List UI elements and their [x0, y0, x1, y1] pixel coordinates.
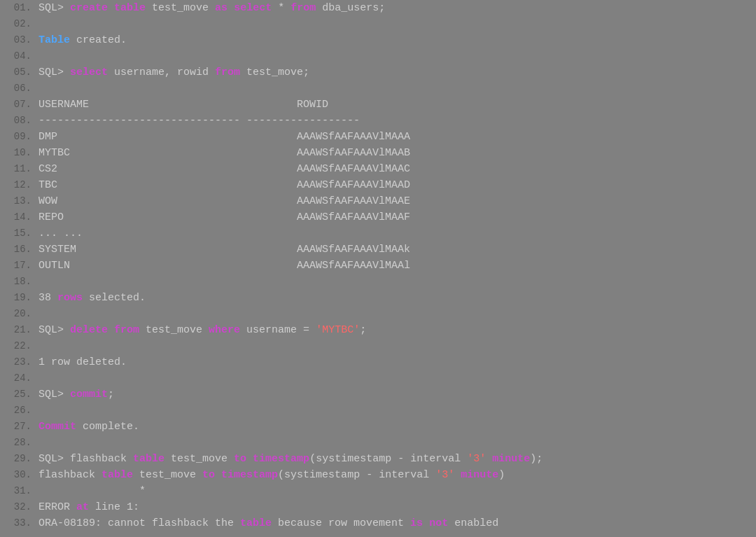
terminal-line: 04.	[0, 48, 756, 64]
line-content	[38, 338, 756, 354]
line-number: 18.	[0, 274, 38, 290]
line-content: MYTBC AAAWSfAAFAAAVlMAAB	[38, 145, 756, 161]
line-number: 17.	[0, 258, 38, 274]
line-number: 12.	[0, 177, 38, 193]
terminal: 01.SQL> create table test_move as select…	[0, 0, 756, 537]
line-content: USERNAME ROWID	[38, 97, 756, 113]
line-number: 32.	[0, 499, 38, 515]
terminal-line: 21.SQL> delete from test_move where user…	[0, 322, 756, 338]
terminal-line: 01.SQL> create table test_move as select…	[0, 0, 756, 16]
line-number: 24.	[0, 370, 38, 386]
line-content	[38, 81, 756, 97]
line-content: WOW AAAWSfAAFAAAVlMAAE	[38, 193, 756, 209]
terminal-line: 32.ERROR at line 1:	[0, 499, 756, 515]
line-number: 03.	[0, 32, 38, 48]
line-number: 22.	[0, 338, 38, 354]
terminal-line: 33.ORA-08189: cannot flashback the table…	[0, 515, 756, 531]
line-content: -------------------------------- -------…	[38, 113, 756, 129]
terminal-line: 14.REPO AAAWSfAAFAAAVlMAAF	[0, 209, 756, 225]
line-number: 07.	[0, 97, 38, 113]
line-number: 04.	[0, 48, 38, 64]
line-number: 09.	[0, 129, 38, 145]
terminal-line: 19.38 rows selected.	[0, 290, 756, 306]
line-number: 28.	[0, 435, 38, 451]
terminal-line: 18.	[0, 274, 756, 290]
line-number: 16.	[0, 242, 38, 258]
line-content: CS2 AAAWSfAAFAAAVlMAAC	[38, 161, 756, 177]
line-content	[38, 370, 756, 386]
terminal-line: 26.	[0, 403, 756, 419]
line-number: 31.	[0, 483, 38, 499]
terminal-line: 15.... ...	[0, 225, 756, 242]
terminal-line: 03.Table created.	[0, 32, 756, 48]
line-content: Table created.	[38, 32, 756, 48]
terminal-line: 09.DMP AAAWSfAAFAAAVlMAAA	[0, 129, 756, 145]
line-content: Commit complete.	[38, 419, 756, 435]
line-content: SQL> delete from test_move where usernam…	[38, 322, 756, 338]
terminal-line: 02.	[0, 16, 756, 32]
line-content: SQL> create table test_move as select * …	[38, 0, 756, 16]
line-content	[38, 16, 756, 32]
line-content	[38, 274, 756, 290]
line-number: 20.	[0, 306, 38, 322]
line-number: 06.	[0, 81, 38, 97]
line-content: SQL> commit;	[38, 386, 756, 403]
terminal-line: 27.Commit complete.	[0, 419, 756, 435]
line-content: flashback table test_move to timestamp(s…	[38, 467, 756, 483]
line-content	[38, 435, 756, 451]
line-content: SQL> select username, rowid from test_mo…	[38, 64, 756, 81]
line-number: 19.	[0, 290, 38, 306]
terminal-line: 31. *	[0, 483, 756, 499]
line-number: 01.	[0, 0, 38, 16]
line-number: 10.	[0, 145, 38, 161]
line-number: 29.	[0, 451, 38, 467]
terminal-line: 29.SQL> flashback table test_move to tim…	[0, 451, 756, 467]
terminal-line: 08.-------------------------------- ----…	[0, 113, 756, 129]
line-content: ... ...	[38, 225, 756, 242]
line-number: 23.	[0, 354, 38, 370]
line-number: 13.	[0, 193, 38, 209]
line-number: 05.	[0, 64, 38, 81]
terminal-line: 17.OUTLN AAAWSfAAFAAAVlMAAl	[0, 258, 756, 274]
terminal-line: 22.	[0, 338, 756, 354]
line-content: SQL> flashback table test_move to timest…	[38, 451, 756, 467]
line-content: OUTLN AAAWSfAAFAAAVlMAAl	[38, 258, 756, 274]
line-content	[38, 48, 756, 64]
line-number: 11.	[0, 161, 38, 177]
terminal-line: 05.SQL> select username, rowid from test…	[0, 64, 756, 81]
terminal-line: 16.SYSTEM AAAWSfAAFAAAVlMAAk	[0, 242, 756, 258]
terminal-line: 11.CS2 AAAWSfAAFAAAVlMAAC	[0, 161, 756, 177]
line-number: 27.	[0, 419, 38, 435]
line-content: REPO AAAWSfAAFAAAVlMAAF	[38, 209, 756, 225]
line-number: 02.	[0, 16, 38, 32]
line-number: 30.	[0, 467, 38, 483]
terminal-line: 06.	[0, 81, 756, 97]
line-content: SYSTEM AAAWSfAAFAAAVlMAAk	[38, 242, 756, 258]
terminal-line: 30.flashback table test_move to timestam…	[0, 467, 756, 483]
terminal-line: 10.MYTBC AAAWSfAAFAAAVlMAAB	[0, 145, 756, 161]
line-number: 15.	[0, 225, 38, 242]
terminal-line: 13.WOW AAAWSfAAFAAAVlMAAE	[0, 193, 756, 209]
line-number: 25.	[0, 386, 38, 403]
terminal-line: 23.1 row deleted.	[0, 354, 756, 370]
terminal-line: 28.	[0, 435, 756, 451]
terminal-line: 24.	[0, 370, 756, 386]
terminal-line: 07.USERNAME ROWID	[0, 97, 756, 113]
line-number: 33.	[0, 515, 38, 531]
line-content	[38, 403, 756, 419]
terminal-line: 20.	[0, 306, 756, 322]
line-content: DMP AAAWSfAAFAAAVlMAAA	[38, 129, 756, 145]
line-content: ERROR at line 1:	[38, 499, 756, 515]
line-content: *	[38, 483, 756, 499]
line-number: 08.	[0, 113, 38, 129]
line-number: 14.	[0, 209, 38, 225]
terminal-line: 25.SQL> commit;	[0, 386, 756, 403]
line-content: 1 row deleted.	[38, 354, 756, 370]
line-content: TBC AAAWSfAAFAAAVlMAAD	[38, 177, 756, 193]
line-number: 26.	[0, 403, 38, 419]
terminal-line: 12.TBC AAAWSfAAFAAAVlMAAD	[0, 177, 756, 193]
line-content: ORA-08189: cannot flashback the table be…	[38, 515, 756, 531]
line-content	[38, 306, 756, 322]
line-number: 21.	[0, 322, 38, 338]
line-content: 38 rows selected.	[38, 290, 756, 306]
